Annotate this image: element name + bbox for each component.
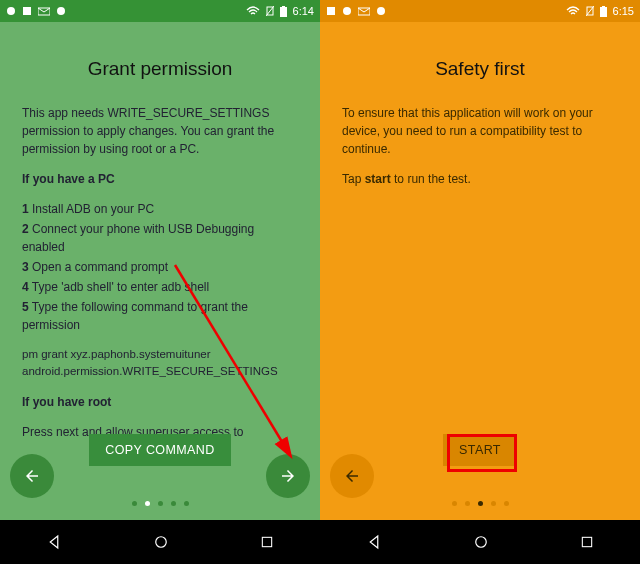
nav-home-icon[interactable] — [152, 533, 170, 551]
arrow-left-icon — [343, 467, 361, 485]
circle-icon — [6, 6, 16, 16]
statusbar: 6:14 — [0, 0, 320, 22]
page-indicator — [320, 492, 640, 510]
content-area: Grant permission This app needs WRITE_SE… — [0, 22, 320, 492]
circle-icon — [376, 6, 386, 16]
svg-rect-7 — [282, 6, 285, 7]
svg-rect-17 — [600, 7, 607, 17]
android-navbar — [0, 520, 320, 564]
gallery-icon — [22, 6, 32, 16]
screen-grant-permission: 6:14 Grant permission This app needs WRI… — [0, 0, 320, 564]
svg-rect-11 — [327, 7, 335, 15]
svg-point-14 — [377, 7, 385, 15]
mail-icon — [358, 6, 370, 16]
statusbar-left-icons — [6, 6, 66, 16]
svg-point-8 — [156, 537, 167, 548]
nav-back-icon[interactable] — [365, 533, 383, 551]
statusbar-right: 6:14 — [246, 5, 314, 17]
svg-rect-18 — [602, 6, 605, 7]
page-title: Safety first — [342, 58, 618, 80]
page-indicator — [0, 492, 320, 510]
step-1: 1 Install ADB on your PC — [22, 200, 298, 218]
statusbar-time: 6:14 — [293, 5, 314, 17]
copy-command-button[interactable]: COPY COMMAND — [89, 434, 230, 466]
nav-recent-icon[interactable] — [579, 534, 595, 550]
svg-rect-1 — [23, 7, 31, 15]
circle-icon — [56, 6, 66, 16]
circle-icon — [342, 6, 352, 16]
statusbar-time: 6:15 — [613, 5, 634, 17]
root-heading: If you have root — [22, 393, 298, 411]
no-sim-icon — [586, 6, 594, 16]
statusbar: 6:15 — [320, 0, 640, 22]
nav-home-icon[interactable] — [472, 533, 490, 551]
android-navbar — [320, 520, 640, 564]
no-sim-icon — [266, 6, 274, 16]
screen-safety-first: 6:15 Safety first To ensure that this ap… — [320, 0, 640, 564]
svg-point-3 — [57, 7, 65, 15]
intro-paragraph: To ensure that this application will wor… — [342, 104, 618, 158]
start-button[interactable]: START — [443, 434, 517, 466]
page-title: Grant permission — [22, 58, 298, 80]
pc-heading: If you have a PC — [22, 170, 298, 188]
battery-icon — [600, 6, 607, 17]
intro-paragraph: This app needs WRITE_SECURE_SETTINGS per… — [22, 104, 298, 158]
mail-icon — [38, 6, 50, 16]
statusbar-right: 6:15 — [566, 5, 634, 17]
body-text: To ensure that this application will wor… — [342, 104, 618, 188]
content-area: Safety first To ensure that this applica… — [320, 22, 640, 492]
wifi-icon — [566, 6, 580, 16]
svg-point-12 — [343, 7, 351, 15]
svg-point-0 — [7, 7, 15, 15]
battery-icon — [280, 6, 287, 17]
adb-command: pm grant xyz.paphonb.systemuituner andro… — [22, 346, 298, 381]
step-2: 2 Connect your phone with USB Debugging … — [22, 220, 298, 256]
svg-rect-20 — [583, 537, 592, 546]
arrow-left-icon — [23, 467, 41, 485]
step-3: 3 Open a command prompt — [22, 258, 298, 276]
wifi-icon — [246, 6, 260, 16]
statusbar-left-icons — [326, 6, 386, 16]
svg-rect-9 — [263, 537, 272, 546]
step-5: 5 Type the following command to grant th… — [22, 298, 298, 334]
svg-rect-6 — [280, 7, 287, 17]
svg-point-19 — [476, 537, 487, 548]
body-text: This app needs WRITE_SECURE_SETTINGS per… — [22, 104, 298, 441]
nav-recent-icon[interactable] — [259, 534, 275, 550]
arrow-right-icon — [279, 467, 297, 485]
instruction-paragraph: Tap start to run the test. — [342, 170, 618, 188]
step-4: 4 Type 'adb shell' to enter adb shell — [22, 278, 298, 296]
app-icon — [326, 6, 336, 16]
nav-back-icon[interactable] — [45, 533, 63, 551]
